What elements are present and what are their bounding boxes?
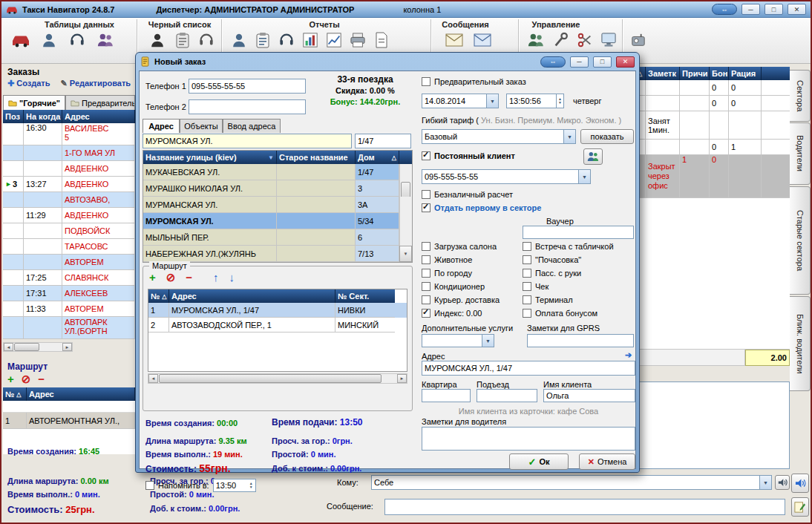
tab-near-drivers[interactable]: Ближ. водители [790, 296, 811, 391]
manage-scissors-icon[interactable] [574, 30, 595, 50]
route-col-addr[interactable]: Адрес [169, 289, 335, 303]
voice-button[interactable] [775, 475, 790, 490]
message-inbox-icon[interactable] [472, 30, 493, 50]
drivers-col-reason[interactable]: Причи [680, 67, 710, 80]
manage-radio-icon[interactable] [628, 30, 649, 50]
tab-address[interactable]: Адрес [143, 119, 180, 133]
option-pass-checkbox[interactable] [523, 269, 531, 278]
tab-sectors[interactable]: Сектора [790, 70, 811, 122]
report-orders-icon[interactable] [252, 30, 273, 50]
order-row[interactable]: АВТОРЕМ [3, 255, 135, 270]
order-row[interactable]: ПОДВОЙСК [3, 223, 135, 239]
street-search-input[interactable]: МУРОМСКАЯ УЛ. [143, 134, 352, 148]
drivers-col-radio[interactable]: Рация [729, 67, 762, 80]
dialog-maximize-button[interactable]: □ [593, 56, 612, 68]
dialog-swap-button[interactable]: ⇔ [540, 56, 566, 68]
orders-hscrollbar[interactable]: ◄ ► [3, 342, 73, 352]
blacklist-list-icon[interactable] [172, 30, 193, 50]
speaker-button[interactable] [791, 474, 809, 493]
route-hscrollbar[interactable]: ◄ ► [148, 373, 407, 384]
pre-order-checkbox[interactable] [422, 77, 430, 86]
order-row[interactable]: 11:33 АВТОРЕМ [3, 301, 135, 317]
message-text-input[interactable] [384, 499, 785, 515]
route-left-col-addr[interactable]: Адрес [27, 387, 135, 401]
time-spinner[interactable]: 13:50:56 ▲▼ [506, 94, 564, 108]
order-row[interactable]: ТАРАСОВС [3, 239, 135, 255]
tab-drivers[interactable]: Водители [790, 122, 811, 185]
order-row[interactable]: 16:30 ВАСИЛЕВС5 [3, 123, 135, 145]
option-bonus-pay-checkbox[interactable] [523, 309, 531, 318]
clients-table-icon[interactable] [39, 30, 59, 50]
create-order-link[interactable]: ✚ Создать [7, 79, 50, 88]
order-row[interactable]: 1-ГО МАЯ УЛ [3, 145, 135, 161]
show-tariff-button[interactable]: показать [580, 129, 634, 144]
phone1-input[interactable]: 095-555-55-55 [189, 79, 306, 94]
report-graph-icon[interactable] [324, 30, 344, 50]
dialog-close-button[interactable]: ✕ [616, 56, 635, 68]
address-arrow-icon[interactable]: ➔ [625, 350, 632, 360]
street-col-house[interactable]: Дом△ [356, 151, 399, 164]
remind-checkbox[interactable] [145, 481, 154, 490]
order-row[interactable]: АВДЕЕНКО [3, 161, 135, 177]
route-row-selected[interactable]: 1 МУРОМСКАЯ УЛ., 1/47 НИВКИ [148, 303, 407, 318]
remind-time-input[interactable]: 13:50 ▲▼ [213, 479, 256, 492]
dispatchers-table-icon[interactable] [67, 30, 88, 50]
street-row[interactable]: НАБЕРЕЖНАЯ УЛ.(ЖУЛЯНЬ 7/13 ▼ [143, 246, 412, 262]
route-remove-icon[interactable]: − [38, 373, 45, 386]
order-row[interactable]: АВТОПАРКУЛ.(БОРТН [3, 317, 135, 339]
option-terminal-checkbox[interactable] [523, 295, 531, 304]
message-envelope-icon[interactable] [444, 30, 465, 50]
tab-preliminary-orders[interactable]: Предварительные [65, 95, 135, 110]
minimize-button[interactable]: ─ [741, 4, 760, 15]
first-in-sector-checkbox[interactable] [422, 203, 430, 212]
route-target-point-icon[interactable]: ⊘ [166, 271, 176, 284]
tariff-combo[interactable]: Базовый [422, 129, 576, 144]
street-col-name[interactable]: Название улицы (kiev)▼ [143, 151, 277, 164]
order-row-active[interactable]: ► 3 13:27 АВДЕЕНКО [3, 177, 135, 192]
spinner-icon[interactable]: ▲▼ [249, 482, 253, 489]
drivers-col-note[interactable]: Заметк [646, 67, 680, 80]
order-row[interactable]: 17:31 АЛЕКСЕЕВ [3, 286, 135, 301]
option-animal-checkbox[interactable] [422, 255, 430, 264]
blacklist-phone-icon[interactable] [196, 30, 217, 50]
dialog-minimize-button[interactable]: ─ [570, 56, 589, 68]
report-doc-icon[interactable] [371, 30, 392, 50]
option-hourly-checkbox[interactable] [523, 255, 531, 264]
regular-client-checkbox[interactable] [422, 151, 430, 160]
route-left-row[interactable]: 1 АВТОРЕМОНТНАЯ УЛ., [3, 413, 135, 429]
tab-hot-orders[interactable]: "Горячие" [3, 95, 65, 110]
close-button[interactable]: ✕ [788, 4, 806, 15]
orders-col-addr[interactable]: Адрес [62, 110, 135, 123]
driver-notes-textarea[interactable] [422, 427, 635, 451]
message-to-combo[interactable]: Себе [371, 475, 772, 490]
report-dispatch-icon[interactable] [276, 30, 297, 50]
route-col-num[interactable]: № △ [148, 289, 169, 303]
route-col-sector[interactable]: № Сект. [335, 289, 395, 303]
report-clients-icon[interactable] [229, 30, 249, 50]
route-left-col-num[interactable]: № △ [3, 387, 27, 401]
house-input[interactable]: 1/47 [355, 134, 411, 148]
entrance-input[interactable] [477, 389, 537, 402]
tab-address-input[interactable]: Ввод адреса [223, 119, 281, 133]
new-message-button[interactable] [791, 497, 809, 517]
tab-objects[interactable]: Объекты [180, 119, 223, 133]
apartment-input[interactable] [422, 389, 471, 402]
date-combo[interactable]: 14.08.2014 [422, 94, 499, 108]
route-move-up-icon[interactable]: ↑ [213, 271, 219, 284]
route-add-point-icon[interactable]: + [149, 271, 156, 284]
voucher-input[interactable] [523, 226, 634, 239]
edit-order-link[interactable]: ✎ Редактировать [61, 79, 131, 88]
driver-row[interactable]: 0 1 [637, 140, 790, 155]
manage-users-icon[interactable] [525, 30, 546, 50]
swap-window-button[interactable]: ⇔ [712, 4, 737, 15]
maximize-button[interactable]: □ [764, 4, 783, 15]
blacklist-client-icon[interactable] [147, 30, 168, 50]
order-row[interactable]: 17:25 СЛАВЯНСК [3, 270, 135, 286]
driver-row[interactable]: 0 0 [637, 96, 790, 111]
driver-row[interactable]: Занят 1мин. [637, 111, 790, 140]
option-city-checkbox[interactable] [422, 269, 430, 278]
client-name-input[interactable]: Ольга [543, 389, 635, 402]
option-ac-checkbox[interactable] [422, 282, 430, 291]
option-salon-checkbox[interactable] [422, 242, 430, 251]
cars-table-icon[interactable] [10, 30, 31, 50]
